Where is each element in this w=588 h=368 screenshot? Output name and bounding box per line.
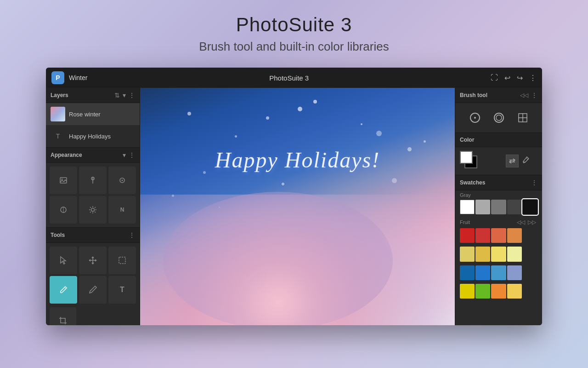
appearance-section: Appearance ▾ ⋮	[46, 148, 140, 228]
appearance-blend-tool[interactable]	[50, 196, 77, 224]
svg-line-13	[90, 207, 91, 208]
layer-name-rose: Rose winter	[69, 111, 101, 118]
fruit-swatch-8[interactable]	[507, 247, 522, 261]
svg-point-21	[494, 113, 503, 122]
svg-line-18	[64, 288, 66, 289]
swatch-white[interactable]	[460, 200, 475, 214]
swatch-midgray[interactable]	[491, 200, 506, 214]
fruit-swatch-13[interactable]	[460, 284, 475, 299]
brush-grid[interactable]	[513, 108, 533, 128]
layers-sort-icon[interactable]: ⇅	[114, 92, 120, 99]
crop-tool-button[interactable]	[50, 307, 76, 325]
main-content: Layers ⇅ ▾ ⋮ Rose winter T Happy Holiday…	[46, 88, 542, 325]
layers-menu-icon[interactable]: ⋮	[129, 92, 135, 99]
tools-grid: T	[46, 243, 140, 307]
select-tool-button[interactable]	[50, 247, 77, 274]
project-name: Winter	[69, 74, 87, 81]
fruit-swatch-15[interactable]	[491, 284, 506, 299]
layers-expand-icon[interactable]: ▾	[123, 92, 126, 99]
gray-swatch-grid	[455, 199, 542, 217]
fruit-swatch-6[interactable]	[475, 247, 490, 261]
text-tool-button[interactable]: T	[108, 276, 136, 304]
canvas-image: Happy Holidays!	[140, 88, 455, 325]
fruit-prev-icon[interactable]: ◁◁	[517, 219, 525, 225]
left-panel: Layers ⇅ ▾ ⋮ Rose winter T Happy Holiday…	[46, 88, 140, 325]
swatch-lightgray[interactable]	[475, 200, 490, 214]
foreground-color[interactable]	[460, 151, 473, 164]
pen-tool-button[interactable]	[79, 276, 107, 304]
fruit-swatch-1[interactable]	[460, 228, 475, 243]
tools-menu-icon[interactable]: ⋮	[129, 231, 135, 239]
appearance-pin-tool[interactable]	[79, 167, 107, 194]
fruit-swatch-14[interactable]	[475, 284, 490, 299]
appearance-normal-tool[interactable]: N	[108, 196, 136, 224]
svg-rect-17	[119, 257, 125, 264]
brush-menu-icon[interactable]: ⋮	[531, 92, 537, 99]
text-layer-icon: T	[51, 129, 65, 144]
canvas-area[interactable]: Happy Holidays!	[140, 88, 455, 325]
brush-tool-button[interactable]	[50, 276, 77, 304]
swatches-header: Swatches ⋮	[455, 175, 542, 190]
appearance-title: Appearance	[51, 152, 120, 158]
color-section-header: Color	[455, 133, 542, 147]
svg-point-8	[91, 208, 95, 212]
fruit-swatch-16[interactable]	[507, 284, 522, 299]
tools-row-single	[46, 307, 140, 325]
brush-options	[455, 103, 542, 133]
svg-point-27	[523, 161, 525, 163]
tools-title: Tools	[51, 232, 126, 238]
fruit-swatch-3[interactable]	[491, 228, 506, 243]
color-title: Color	[460, 137, 537, 143]
appearance-tools: N	[46, 163, 140, 227]
appearance-header: Appearance ▾ ⋮	[46, 148, 140, 163]
fruit-label: Fruit	[460, 219, 515, 225]
svg-line-15	[95, 207, 96, 208]
fruit-swatch-9[interactable]	[460, 265, 475, 280]
rose-petals	[163, 192, 393, 325]
title-bar-app-name: PhotoSuite 3	[87, 74, 491, 82]
fruit-next-icon[interactable]: ▷▷	[528, 219, 536, 225]
swatch-darkgray[interactable]	[507, 200, 522, 214]
brush-collapse-icon[interactable]: ◁◁	[520, 92, 528, 98]
canvas-text: Happy Holidays!	[215, 147, 380, 172]
layer-thumbnail-rose	[51, 107, 65, 121]
move-tool-button[interactable]	[79, 247, 107, 274]
swap-colors-icon[interactable]	[506, 155, 519, 167]
layer-item-text[interactable]: T Happy Holidays	[46, 125, 140, 147]
appearance-rotate-tool[interactable]	[108, 167, 136, 194]
selection-tool-button[interactable]	[108, 247, 136, 274]
svg-point-5	[122, 180, 123, 181]
appearance-image-tool[interactable]	[50, 167, 77, 194]
fruit-swatch-12[interactable]	[507, 265, 522, 280]
fruit-swatch-7[interactable]	[491, 247, 506, 261]
brush-tool-title: Brush tool	[460, 92, 520, 98]
layers-section: Layers ⇅ ▾ ⋮ Rose winter T Happy Holiday…	[46, 88, 140, 148]
appearance-expand-icon[interactable]: ▾	[123, 151, 126, 159]
fruit-swatch-5[interactable]	[460, 247, 475, 261]
fruit-swatch-10[interactable]	[475, 265, 490, 280]
redo-icon[interactable]: ↪	[517, 74, 523, 82]
fruit-swatch-4[interactable]	[507, 228, 522, 243]
color-squares[interactable]	[460, 151, 480, 171]
swatches-menu-icon[interactable]: ⋮	[531, 179, 537, 186]
svg-point-1	[62, 179, 63, 180]
fullscreen-icon[interactable]: ⛶	[491, 74, 498, 82]
color-tools	[455, 147, 542, 175]
appearance-brightness-tool[interactable]	[79, 196, 107, 224]
layer-thumbnail-img	[51, 107, 65, 121]
fruit-swatch-grid-row2	[455, 246, 542, 264]
swatch-black[interactable]	[523, 200, 537, 214]
fruit-swatch-11[interactable]	[491, 265, 506, 280]
undo-icon[interactable]: ↩	[504, 74, 510, 82]
menu-icon[interactable]: ⋮	[529, 74, 537, 82]
app-window: P Winter PhotoSuite 3 ⛶ ↩ ↪ ⋮ Layers ⇅ ▾…	[46, 68, 542, 325]
eyedropper-icon[interactable]	[521, 156, 530, 167]
fruit-swatch-2[interactable]	[475, 228, 490, 243]
svg-line-16	[90, 212, 91, 213]
brush-circle-outline[interactable]	[489, 108, 509, 128]
appearance-menu-icon[interactable]: ⋮	[129, 151, 135, 159]
svg-line-26	[526, 158, 528, 160]
svg-line-14	[95, 212, 96, 213]
brush-circle-solid[interactable]	[465, 108, 485, 128]
layer-item-rose[interactable]: Rose winter	[46, 103, 140, 125]
